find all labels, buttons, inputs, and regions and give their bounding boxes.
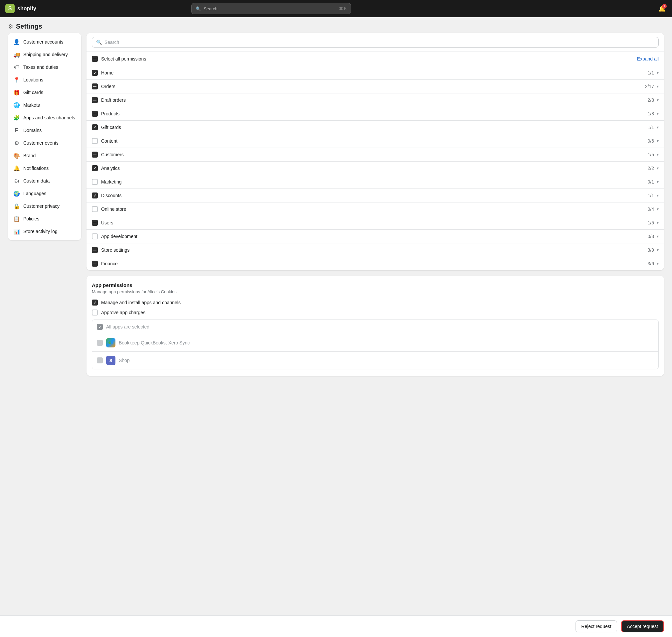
perm-row-marketing[interactable]: Marketing 0/1 ▾ xyxy=(87,175,664,189)
perm-right: 1/5 ▾ xyxy=(648,152,659,157)
sidebar-item-languages[interactable]: 🌍 Languages xyxy=(8,187,81,200)
search-placeholder: Search xyxy=(204,6,217,11)
domains-icon: 🖥 xyxy=(13,127,20,134)
perm-checkbox-analytics[interactable] xyxy=(92,165,98,171)
sidebar-item-custom-data[interactable]: 🗂 Custom data xyxy=(8,175,81,187)
sidebar-item-label: Apps and sales channels xyxy=(23,115,75,120)
chevron-down-icon: ▾ xyxy=(657,84,659,89)
approve-charges-checkbox[interactable] xyxy=(92,310,98,315)
manage-apps-option[interactable]: Manage and install apps and channels xyxy=(92,299,659,306)
perm-row-app-development[interactable]: App development 0/3 ▾ xyxy=(87,230,664,243)
sidebar-item-policies[interactable]: 📋 Policies xyxy=(8,213,81,225)
perm-left: Users xyxy=(92,220,113,226)
chevron-down-icon: ▾ xyxy=(657,139,659,143)
perm-label: App development xyxy=(101,234,137,239)
app-list-item-shop[interactable]: S Shop xyxy=(92,352,658,369)
perm-row-finance[interactable]: Finance 3/6 ▾ xyxy=(87,257,664,270)
chevron-down-icon: ▾ xyxy=(657,71,659,75)
all-apps-checkbox[interactable] xyxy=(97,324,103,330)
perm-checkbox-gift-cards[interactable] xyxy=(92,124,98,130)
chevron-down-icon: ▾ xyxy=(657,207,659,212)
sidebar-item-customer-privacy[interactable]: 🔒 Customer privacy xyxy=(8,200,81,213)
permissions-search-box[interactable]: 🔍 Search xyxy=(92,37,659,48)
content-area: 👤 Customer accounts 🚚 Shipping and deliv… xyxy=(0,33,672,403)
select-all-row[interactable]: Select all permissions Expand all xyxy=(87,52,664,66)
chevron-down-icon: ▾ xyxy=(657,248,659,252)
manage-apps-checkbox[interactable] xyxy=(92,299,98,306)
shop-checkbox[interactable] xyxy=(97,358,103,363)
sidebar-item-customer-accounts[interactable]: 👤 Customer accounts xyxy=(8,36,81,48)
perm-count: 2/2 xyxy=(648,166,654,171)
sidebar-item-markets[interactable]: 🌐 Markets xyxy=(8,99,81,111)
expand-all-button[interactable]: Expand all xyxy=(637,56,659,61)
sidebar-item-apps[interactable]: 🧩 Apps and sales channels xyxy=(8,111,81,124)
sidebar-item-customer-events[interactable]: ⚙ Customer events xyxy=(8,136,81,149)
perm-row-draft-orders[interactable]: Draft orders 2/8 ▾ xyxy=(87,93,664,107)
perm-count: 1/1 xyxy=(648,70,654,75)
sidebar-item-gift-cards[interactable]: 🎁 Gift cards xyxy=(8,86,81,99)
app-list-item-all[interactable]: All apps are selected xyxy=(92,320,658,334)
perm-checkbox-draft-orders[interactable] xyxy=(92,97,98,103)
sidebar-item-notifications[interactable]: 🔔 Notifications xyxy=(8,162,81,175)
perm-row-orders[interactable]: Orders 2/17 ▾ xyxy=(87,80,664,93)
perm-row-customers[interactable]: Customers 1/5 ▾ xyxy=(87,148,664,162)
sidebar-item-taxes[interactable]: 🏷 Taxes and duties xyxy=(8,61,81,73)
perm-row-discounts[interactable]: Discounts 1/1 ▾ xyxy=(87,189,664,202)
footer-bar: Reject request Accept request xyxy=(0,615,672,637)
svg-point-1 xyxy=(110,342,113,344)
perm-row-content[interactable]: Content 0/6 ▾ xyxy=(87,134,664,148)
perm-checkbox-discounts[interactable] xyxy=(92,193,98,199)
accept-request-button[interactable]: Accept request xyxy=(621,620,664,632)
perm-checkbox-app-dev[interactable] xyxy=(92,233,98,239)
perm-label: Online store xyxy=(101,206,126,212)
customer-accounts-icon: 👤 xyxy=(13,39,20,45)
reject-request-button[interactable]: Reject request xyxy=(576,620,617,632)
perm-count: 1/1 xyxy=(648,193,654,198)
perm-checkbox-online-store[interactable] xyxy=(92,206,98,212)
sidebar-item-label: Shipping and delivery xyxy=(23,52,68,57)
perm-checkbox-products[interactable] xyxy=(92,111,98,117)
perm-row-products[interactable]: Products 1/8 ▾ xyxy=(87,107,664,121)
topbar-search-box[interactable]: 🔍 Search ⌘ K xyxy=(191,3,351,14)
sidebar-item-brand[interactable]: 🎨 Brand xyxy=(8,149,81,162)
bookkeep-checkbox[interactable] xyxy=(97,340,103,346)
custom-data-icon: 🗂 xyxy=(13,178,20,184)
sidebar-item-locations[interactable]: 📍 Locations xyxy=(8,73,81,86)
chevron-down-icon: ▾ xyxy=(657,152,659,157)
perm-checkbox-finance[interactable] xyxy=(92,261,98,267)
perm-checkbox-home[interactable] xyxy=(92,70,98,76)
search-text: Search xyxy=(104,40,119,45)
perm-row-gift-cards[interactable]: Gift cards 1/1 ▾ xyxy=(87,121,664,134)
select-all-checkbox[interactable] xyxy=(92,56,98,62)
sidebar-item-label: Gift cards xyxy=(23,90,43,95)
sidebar-item-label: Notifications xyxy=(23,166,49,171)
bookkeep-icon xyxy=(106,338,116,347)
permissions-search-area: 🔍 Search xyxy=(87,33,664,52)
perm-checkbox-store-settings[interactable] xyxy=(92,247,98,253)
shop-icon: S xyxy=(106,356,116,365)
app-list-item-bookkeep[interactable]: Bookkeep QuickBooks, Xero Sync xyxy=(92,334,658,352)
perm-checkbox-marketing[interactable] xyxy=(92,179,98,185)
sidebar-item-domains[interactable]: 🖥 Domains xyxy=(8,124,81,136)
perm-row-online-store[interactable]: Online store 0/4 ▾ xyxy=(87,202,664,216)
shopify-logo-text: shopify xyxy=(17,6,36,12)
customer-privacy-icon: 🔒 xyxy=(13,203,20,210)
perm-count: 1/5 xyxy=(648,220,654,225)
perm-row-store-settings[interactable]: Store settings 3/9 ▾ xyxy=(87,243,664,257)
perm-count: 2/17 xyxy=(645,84,654,89)
sidebar-item-label: Custom data xyxy=(23,178,50,183)
approve-charges-option[interactable]: Approve app charges xyxy=(92,310,659,315)
chevron-down-icon: ▾ xyxy=(657,193,659,198)
notification-bell-icon[interactable]: 🔔 1 xyxy=(657,4,667,13)
sidebar-item-store-activity[interactable]: 📊 Store activity log xyxy=(8,225,81,238)
sidebar-item-shipping[interactable]: 🚚 Shipping and delivery xyxy=(8,48,81,61)
languages-icon: 🌍 xyxy=(13,190,20,197)
perm-row-analytics[interactable]: Analytics 2/2 ▾ xyxy=(87,162,664,175)
perm-checkbox-orders[interactable] xyxy=(92,84,98,89)
search-icon: 🔍 xyxy=(96,40,102,45)
perm-checkbox-customers[interactable] xyxy=(92,151,98,158)
perm-checkbox-content[interactable] xyxy=(92,138,98,144)
perm-checkbox-users[interactable] xyxy=(92,220,98,226)
perm-row-home[interactable]: Home 1/1 ▾ xyxy=(87,66,664,80)
perm-row-users[interactable]: Users 1/5 ▾ xyxy=(87,216,664,230)
